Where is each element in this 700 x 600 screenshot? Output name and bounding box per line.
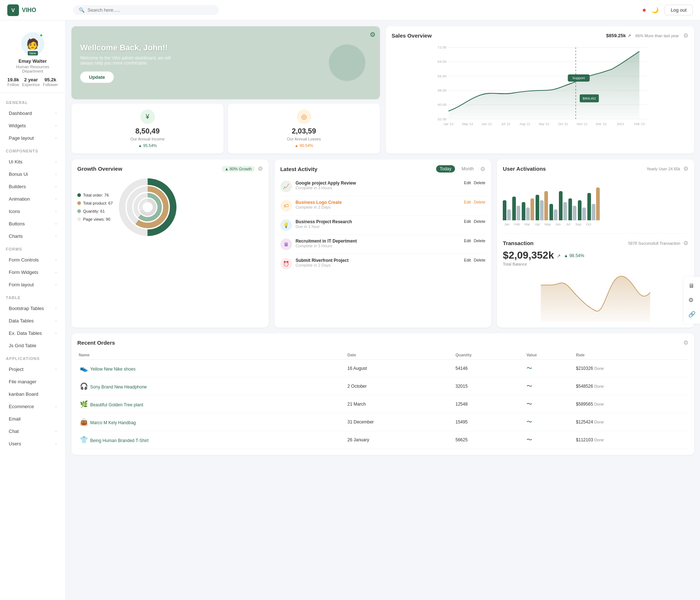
sidebar-item-users[interactable]: Users›	[3, 438, 62, 450]
transaction-chart-svg	[503, 271, 688, 322]
logout-button[interactable]: Log out	[665, 5, 693, 15]
sidebar-item-charts[interactable]: Charts›	[3, 230, 62, 242]
edit-action-2[interactable]: Edit	[464, 200, 471, 204]
activations-sub: Yearly User 24.65k	[646, 167, 680, 171]
wave-icon: 〜	[526, 383, 532, 389]
svg-text:2013: 2013	[617, 122, 624, 126]
edit-action-5[interactable]: Edit	[464, 258, 471, 262]
product-name[interactable]: Marco M Kely Handbag	[90, 420, 136, 425]
activity-actions-2: Edit Delete	[464, 200, 486, 204]
bar-may-teal	[549, 204, 553, 220]
legend-dot-pageviews	[77, 217, 81, 221]
bar-group-mar	[522, 198, 534, 220]
date-cell: 26 January	[346, 431, 454, 449]
sidebar-item-dashboard[interactable]: Dashboard›	[3, 107, 62, 119]
dark-mode-toggle[interactable]: 🌙	[652, 7, 659, 13]
transaction-chart	[503, 271, 688, 322]
bar-chart-container	[503, 177, 688, 220]
monitor-icon[interactable]: 🖥	[687, 281, 697, 291]
activity-gear-icon[interactable]: ⚙	[480, 166, 485, 173]
transaction-amount: $2,09,352k	[503, 249, 554, 261]
bar-mar-teal	[522, 202, 525, 220]
product-cell: 👟 Yellow New Nike shoes	[77, 360, 346, 378]
activations-gear-icon[interactable]: ⚙	[683, 165, 688, 172]
sidebar-item-ui-kits[interactable]: Ui Kits›	[3, 156, 62, 168]
sidebar-item-data-tables[interactable]: Data Tables›	[3, 315, 62, 327]
update-button[interactable]: Update	[80, 71, 114, 83]
search-bar[interactable]: 🔍	[73, 5, 219, 15]
transaction-gear-icon[interactable]: ⚙	[683, 240, 688, 247]
tab-today[interactable]: Today	[436, 165, 455, 173]
sidebar-item-widgets[interactable]: Widgets›	[3, 120, 62, 132]
svg-text:56.00: 56.00	[438, 74, 447, 78]
edit-action-3[interactable]: Edit	[464, 219, 471, 224]
sidebar-item-bonus-ui[interactable]: Bonus Ui›	[3, 168, 62, 180]
sidebar-item-kanban[interactable]: kanban Board	[3, 388, 62, 400]
sidebar-item-ex-data-tables[interactable]: Ex. Data Tables›	[3, 327, 62, 339]
sidebar-item-icons[interactable]: Icons›	[3, 205, 62, 217]
bar-label-jul: Jul	[564, 222, 572, 226]
sidebar-item-animation[interactable]: Animation›	[3, 193, 62, 205]
activity-name-1: Google project Apply Review	[296, 181, 460, 186]
search-input[interactable]	[88, 7, 160, 13]
income-icon: ¥	[140, 109, 155, 124]
activity-name-2: Business Logo Create	[296, 200, 460, 205]
tab-month[interactable]: Month	[458, 165, 477, 173]
losses-change: ▲ 90.54%	[234, 143, 374, 148]
col-name: Name	[77, 351, 346, 360]
share-side-icon[interactable]: 🔗	[687, 309, 697, 319]
legend-total-order: Total order: 76	[77, 191, 113, 199]
product-cell: 👕 Being Human Branded T-Shirt	[77, 431, 346, 449]
delete-action-2[interactable]: Delete	[474, 200, 486, 204]
welcome-banner: ⚙ Wellcome Back, John!! Welcome to the V…	[71, 26, 380, 99]
bar-oct-gray	[592, 204, 595, 220]
quantity-cell: 32015	[454, 378, 525, 395]
sidebar-item-form-widgets[interactable]: Form Widgets›	[3, 266, 62, 278]
sidebar-item-buttons[interactable]: Buttons›	[3, 218, 62, 230]
legend-page-views: Page views: 90	[77, 215, 113, 223]
bar-jan-teal	[503, 200, 506, 220]
delete-action-3[interactable]: Delete	[474, 219, 486, 224]
sidebar-item-js-grid-table[interactable]: Js Grid Table	[3, 340, 62, 352]
product-name[interactable]: Being Human Branded T-Shirt	[90, 438, 148, 443]
sidebar-item-bootstrap-tables[interactable]: Bootstrap Tables›	[3, 302, 62, 314]
sidebar-item-form-controls[interactable]: Form Controls›	[3, 254, 62, 266]
table-row: 🌿 Beautiful Golden Tree plant 21 March 1…	[77, 395, 688, 413]
value-cell: 〜	[525, 431, 575, 449]
notification-dot[interactable]	[643, 9, 646, 12]
sales-chart-area: 72.00 64.00 56.00 48.00 40.00 32.00	[392, 43, 688, 131]
activity-time-5: Complete in 2 Days	[296, 263, 460, 267]
bar-feb-gray	[517, 206, 520, 220]
delete-action-5[interactable]: Delete	[474, 258, 486, 262]
orders-gear-icon[interactable]: ⚙	[683, 339, 688, 346]
col-date: Date	[346, 351, 454, 360]
sidebar-item-project[interactable]: Project›	[3, 363, 62, 375]
activity-item-2: 🏷 Business Logo Create Complete in 2 Day…	[280, 196, 486, 216]
svg-text:Nov '12: Nov '12	[577, 122, 587, 126]
bar-label-oct: Oct	[584, 222, 592, 226]
bar-sep-gray	[582, 208, 586, 220]
legend-dot-quantity	[77, 209, 81, 213]
bar-label-jun: Jun	[554, 222, 562, 226]
bar-label-sep: Sep	[574, 222, 582, 226]
product-name[interactable]: Sony Brand New Headphone	[90, 384, 147, 390]
growth-gear-icon[interactable]: ⚙	[258, 165, 263, 172]
sidebar-item-chat[interactable]: Chat›	[3, 425, 62, 437]
gear-side-icon[interactable]: ⚙	[687, 295, 697, 305]
sales-gear-icon[interactable]: ⚙	[683, 32, 688, 39]
sidebar-item-form-layout[interactable]: Form layout›	[3, 279, 62, 291]
sidebar-item-file-manager[interactable]: File manager	[3, 376, 62, 388]
bar-jul-teal	[568, 198, 572, 220]
delete-action-1[interactable]: Delete	[474, 181, 486, 185]
sidebar-item-page-layout[interactable]: Page layout›	[3, 132, 62, 144]
stats-row: ¥ 8,50,49 Our Annual Income ▲ 95.54% ◎ 2…	[71, 104, 380, 154]
banner-gear-icon[interactable]: ⚙	[370, 31, 376, 39]
sidebar-item-builders[interactable]: Builders›	[3, 181, 62, 193]
delete-action-4[interactable]: Delete	[474, 239, 486, 243]
sidebar-item-email[interactable]: Email	[3, 413, 62, 425]
product-name[interactable]: Yellow New Nike shoes	[90, 367, 135, 372]
edit-action-4[interactable]: Edit	[464, 239, 471, 243]
sidebar-item-ecommerce[interactable]: Ecommerce›	[3, 400, 62, 413]
product-name[interactable]: Beautiful Golden Tree plant	[90, 402, 143, 407]
edit-action-1[interactable]: Edit	[464, 181, 471, 185]
